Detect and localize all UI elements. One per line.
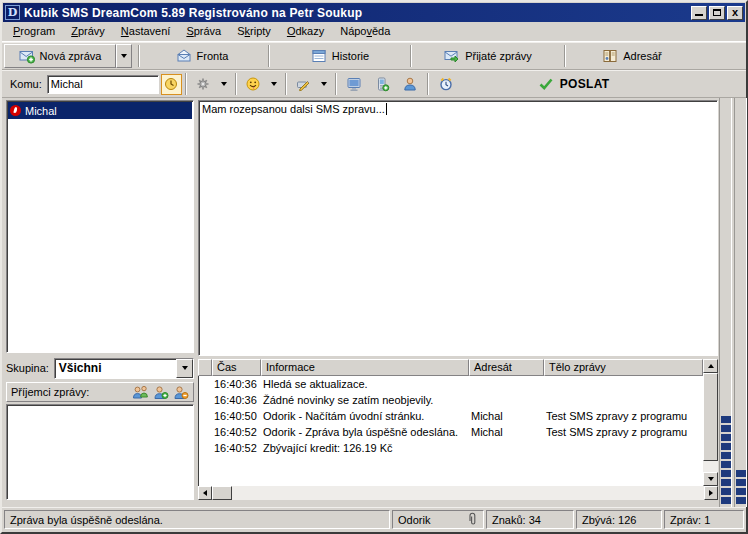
message-editor[interactable]: Mam rozepsanou dalsi SMS zpravu...	[198, 100, 718, 356]
alarm-button[interactable]	[432, 72, 460, 96]
monitor-icon	[346, 76, 362, 92]
log-row[interactable]: 16:40:36 Žádné novinky se zatím neobjevi…	[198, 392, 703, 408]
smiley-icon	[245, 76, 261, 92]
recipients-list[interactable]	[6, 404, 194, 500]
chevron-down-icon	[271, 82, 277, 86]
log-addressee: Michal	[469, 408, 544, 424]
chevron-down-icon	[221, 82, 227, 86]
menu-skripty[interactable]: Skripty	[229, 23, 279, 40]
settings-dropdown-button[interactable]	[216, 72, 232, 96]
text-caret	[386, 103, 387, 115]
menu-odkazy[interactable]: Odkazy	[279, 23, 332, 40]
log-panel: Čas Informace Adresát Tělo zprávy 16:40:…	[198, 359, 718, 500]
log-col-time[interactable]: Čas	[212, 359, 261, 376]
close-button[interactable]: x	[727, 6, 743, 20]
address-book-button[interactable]: Adresář	[580, 44, 684, 68]
history-button[interactable]: Historie	[284, 44, 396, 68]
log-time: 16:40:50	[212, 408, 261, 424]
menu-sprava[interactable]: Správa	[178, 23, 229, 40]
menu-program[interactable]: Program	[5, 23, 63, 40]
toolbar-separator	[235, 73, 237, 95]
clock-icon	[163, 76, 179, 92]
menu-napoveda[interactable]: Nápověda	[332, 23, 398, 40]
log-col-body[interactable]: Tělo zprávy	[544, 359, 703, 376]
window-title: Kubik SMS DreamCom 5.89 Registrováno na …	[24, 6, 687, 20]
arrow-up-icon	[708, 364, 714, 368]
settings-button[interactable]	[190, 72, 216, 96]
log-addressee: Michal	[469, 424, 544, 440]
smiley-button[interactable]	[240, 72, 266, 96]
to-input[interactable]	[47, 75, 159, 94]
computer-button[interactable]	[340, 72, 368, 96]
contact-item-selected[interactable]: Michal	[8, 102, 192, 119]
person-icon	[402, 76, 418, 92]
menu-nastaveni[interactable]: Nastavení	[113, 23, 179, 40]
people-icon[interactable]	[132, 385, 149, 400]
log-col-blank[interactable]	[198, 359, 212, 376]
phone-button[interactable]	[368, 72, 396, 96]
message-text: Mam rozepsanou dalsi SMS zpravu...	[202, 103, 385, 115]
toolbar-separator	[138, 45, 140, 67]
recipients-label: Příjemci zprávy:	[11, 386, 129, 398]
person-plus-icon[interactable]	[152, 385, 169, 400]
status-bar: Zpráva byla úspěšně odeslána. Odorik Zna…	[2, 507, 746, 532]
scroll-up-button[interactable]	[703, 359, 718, 373]
log-body: Test SMS zpravy z programu	[544, 408, 703, 424]
contact-button[interactable]	[396, 72, 424, 96]
menu-zpravy[interactable]: Zprávy	[63, 23, 113, 40]
log-body	[544, 376, 703, 392]
chars-gauge	[719, 98, 732, 507]
scroll-thumb[interactable]	[703, 373, 718, 461]
title-bar[interactable]: D Kubik SMS DreamCom 5.89 Registrováno n…	[3, 3, 745, 22]
open-envelope-icon	[176, 48, 192, 64]
pencil-icon	[295, 76, 311, 92]
toolbar-separator	[285, 73, 287, 95]
group-combobox[interactable]: Všichni	[54, 358, 194, 379]
log-row[interactable]: 16:40:52 Zbývající kredit: 126.19 Kč	[198, 440, 703, 456]
toolbar-separator	[410, 45, 412, 67]
minimize-button[interactable]	[691, 6, 707, 20]
log-col-addressee[interactable]: Adresát	[469, 359, 544, 376]
app-logo-icon: D	[5, 5, 20, 20]
log-row[interactable]: 16:40:50 Odorik - Načítám úvodní stránku…	[198, 408, 703, 424]
maximize-icon	[713, 9, 721, 16]
log-row[interactable]: 16:40:36 Hledá se aktualizace.	[198, 376, 703, 392]
status-account: Odorik	[392, 510, 484, 529]
to-label: Komu:	[10, 78, 42, 90]
send-button[interactable]: POSLAT	[532, 72, 616, 96]
arrow-down-icon	[708, 477, 714, 481]
scroll-down-button[interactable]	[703, 472, 718, 486]
log-info: Zbývající kredit: 126.19 Kč	[261, 440, 469, 456]
chevron-down-icon	[182, 366, 188, 370]
status-messages: Zpráv: 1	[664, 510, 744, 529]
queue-button[interactable]: Fronta	[150, 44, 254, 68]
scroll-thumb[interactable]	[212, 486, 232, 500]
log-addressee	[469, 376, 544, 392]
scroll-right-button[interactable]	[704, 486, 718, 500]
toolbar-separator	[268, 45, 270, 67]
contact-list[interactable]: Michal	[6, 100, 194, 353]
log-row[interactable]: 16:40:52 Odorik - Zpráva byla úspěšně od…	[198, 424, 703, 440]
received-messages-button[interactable]: Přijaté zprávy	[426, 44, 550, 68]
scroll-left-button[interactable]	[198, 486, 212, 500]
main-toolbar: Nová zpráva Fronta Historie Přijaté zprá…	[2, 42, 746, 70]
check-icon	[538, 76, 554, 92]
log-col-info[interactable]: Informace	[261, 359, 469, 376]
chevron-down-icon	[321, 82, 327, 86]
log-vertical-scrollbar[interactable]	[703, 359, 718, 486]
new-message-button[interactable]: Nová zpráva	[4, 44, 116, 68]
schedule-button[interactable]	[161, 74, 182, 95]
log-addressee	[469, 440, 544, 456]
signature-dropdown-button[interactable]	[316, 72, 332, 96]
person-minus-icon[interactable]	[172, 385, 189, 400]
envelope-arrow-icon	[444, 48, 460, 64]
mobile-phone-plus-icon	[374, 76, 390, 92]
log-horizontal-scrollbar[interactable]	[198, 486, 718, 500]
log-time: 16:40:36	[212, 376, 261, 392]
new-message-dropdown-button[interactable]	[116, 44, 132, 68]
group-dropdown-button[interactable]	[176, 359, 193, 378]
signature-button[interactable]	[290, 72, 316, 96]
maximize-button[interactable]	[709, 6, 725, 20]
log-info: Odorik - Zpráva byla úspěšně odeslána.	[261, 424, 469, 440]
smiley-dropdown-button[interactable]	[266, 72, 282, 96]
